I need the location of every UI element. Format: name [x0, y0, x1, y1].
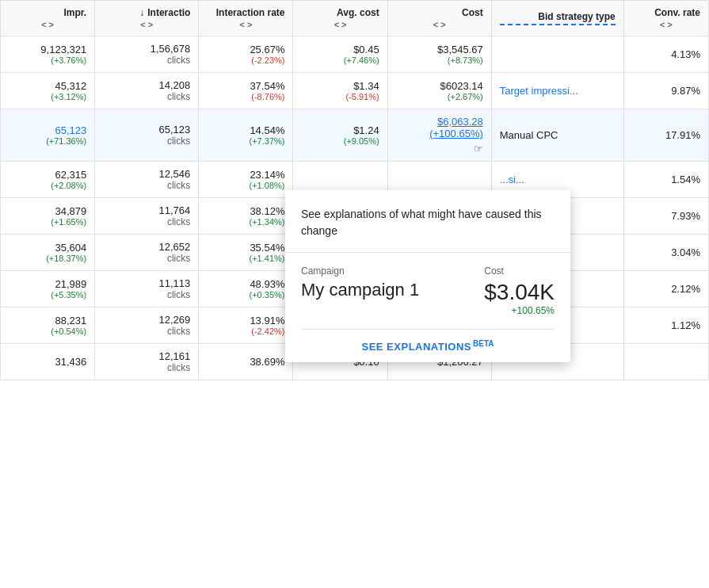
cell-conv: 9.87% — [623, 73, 708, 109]
col-header-avgcost: Avg. cost < > — [293, 1, 387, 36]
see-explanations-button[interactable]: SEE EXPLANATIONS — [362, 341, 472, 353]
cell-interrate: 14.54%(+7.37%) — [199, 109, 293, 162]
cell-bid: Manual CPC — [491, 109, 623, 162]
col-header-cost: Cost < > — [387, 1, 491, 36]
cell-bid — [491, 36, 623, 73]
cell-interrate: 35.54%(+1.41%) — [199, 235, 293, 271]
col-expand-icon-inter[interactable]: < > — [140, 20, 153, 29]
cell-interrate: 38.12%(+1.34%) — [199, 198, 293, 235]
cell-interrate: 13.91%(-2.42%) — [199, 307, 293, 344]
col-expand-icon[interactable]: < > — [41, 20, 54, 29]
cell-conv: 3.04% — [623, 235, 708, 271]
cell-cost: $6023.14(+2.67%) — [387, 73, 491, 109]
cell-avgcost: $0.45(+7.46%) — [293, 36, 387, 73]
cell-impr: 62,315(+2.08%) — [1, 162, 95, 198]
bid-strategy-link[interactable]: ...si... — [500, 174, 524, 185]
tooltip-description: See explanations of what might have caus… — [301, 206, 555, 239]
cell-impr: 9,123,321(+3.76%) — [1, 36, 95, 73]
cell-impr: 35,604(+18.37%) — [1, 235, 95, 271]
cell-impr: 88,231(+0.54%) — [1, 307, 95, 344]
cell-interaction: 12,546clicks — [95, 162, 199, 198]
cell-interrate: 25.67%(-2.23%) — [199, 36, 293, 73]
cell-bid: Target impressi... — [491, 73, 623, 109]
cursor-icon: ☞ — [396, 143, 483, 155]
col-header-bid: Bid strategy type — [491, 1, 623, 36]
col-header-impr: Impr. < > — [1, 1, 95, 36]
tooltip-campaign-label: Campaign — [301, 265, 419, 277]
cell-interaction: 12,161clicks — [95, 344, 199, 380]
cost-link[interactable]: $6,063.28 — [437, 116, 483, 128]
cell-interrate: 38.69% — [199, 344, 293, 380]
tooltip-campaign-name: My campaign 1 — [301, 280, 419, 300]
cell-conv: 1.54% — [623, 162, 708, 198]
cell-interrate: 48.93%(+0.35%) — [199, 271, 293, 307]
col-expand-icon-conv[interactable]: < > — [660, 20, 673, 29]
table-row: 45,312(+3.12%)14,208clicks37.54%(-8.76%)… — [1, 73, 709, 109]
cell-interaction: 12,269clicks — [95, 307, 199, 344]
cell-cost: $6,063.28(+100.65%)☞ — [387, 109, 491, 162]
cell-interrate: 37.54%(-8.76%) — [199, 73, 293, 109]
cell-impr: 21,989(+5.35%) — [1, 271, 95, 307]
tooltip-cost-label: Cost — [484, 265, 555, 277]
cell-impr: 45,312(+3.12%) — [1, 73, 95, 109]
cost-change-link[interactable]: (+100.65%) — [396, 128, 483, 139]
cell-conv: 7.93% — [623, 198, 708, 235]
col-header-interaction: ↓Interactio < > — [95, 1, 199, 36]
cell-cost: $3,545.67(+8.73%) — [387, 36, 491, 73]
tooltip-panel: See explanations of what might have caus… — [285, 190, 570, 362]
tooltip-footer: SEE EXPLANATIONSBETA — [301, 329, 555, 362]
col-expand-icon-rate[interactable]: < > — [239, 20, 252, 29]
table-row: 9,123,321(+3.76%)1,56,678clicks25.67%(-2… — [1, 36, 709, 73]
tooltip-campaign-section: Campaign My campaign 1 — [301, 265, 419, 316]
cell-avgcost: $1.34(-5.91%) — [293, 73, 387, 109]
impr-link[interactable]: 65,123 — [55, 124, 86, 136]
col-header-conv: Conv. rate < > — [623, 1, 708, 36]
cell-conv: 2.12% — [623, 271, 708, 307]
cell-interaction: 11,764clicks — [95, 198, 199, 235]
cell-conv: 17.91% — [623, 109, 708, 162]
tooltip-cost-value: $3.04K — [484, 280, 555, 305]
table-row: 65,123(+71.36%)65,123clicks14.54%(+7.37%… — [1, 109, 709, 162]
tooltip-cost-section: Cost $3.04K +100.65% — [484, 265, 555, 316]
cell-impr: 34,879(+1.65%) — [1, 198, 95, 235]
cell-impr: 31,436 — [1, 344, 95, 380]
cell-interrate: 23.14%(+1.08%) — [199, 162, 293, 198]
cell-interaction: 65,123clicks — [95, 109, 199, 162]
bid-strategy-link[interactable]: Target impressi... — [500, 85, 578, 97]
cell-avgcost: $1.24(+9.05%) — [293, 109, 387, 162]
sort-down-icon: ↓ — [139, 7, 144, 18]
cell-conv: 1.12% — [623, 307, 708, 344]
col-expand-icon-avgcost[interactable]: < > — [334, 20, 347, 29]
cell-impr: 65,123(+71.36%) — [1, 109, 95, 162]
cell-conv: 4.13% — [623, 36, 708, 73]
cell-interaction: 1,56,678clicks — [95, 36, 199, 73]
col-header-interrate: Interaction rate < > — [199, 1, 293, 36]
cell-interaction: 14,208clicks — [95, 73, 199, 109]
tooltip-cost-change: +100.65% — [484, 305, 555, 316]
cell-interaction: 12,652clicks — [95, 235, 199, 271]
cell-conv — [623, 344, 708, 380]
beta-badge: BETA — [473, 339, 494, 348]
cell-interaction: 11,113clicks — [95, 271, 199, 307]
col-expand-icon-cost[interactable]: < > — [433, 20, 446, 29]
tooltip-data-section: Campaign My campaign 1 Cost $3.04K +100.… — [301, 253, 555, 316]
